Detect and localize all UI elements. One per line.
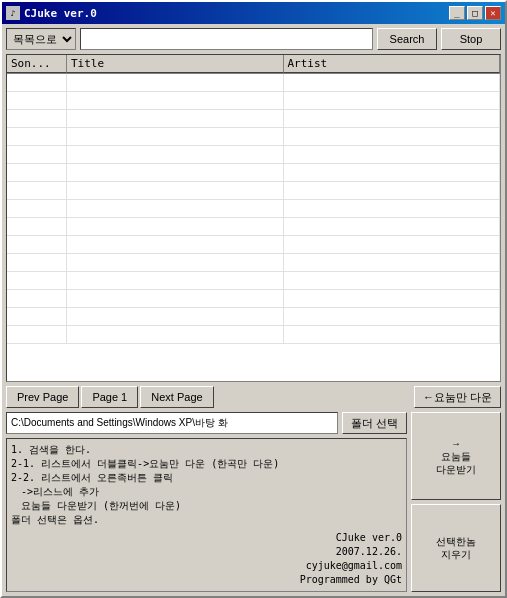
info-line-1: 1. 검색을 한다. [11, 443, 402, 457]
col-title: Title [67, 55, 284, 73]
minimize-button[interactable]: _ [449, 6, 465, 20]
title-bar: ♪ CJuke ver.0 _ □ ✕ [2, 2, 505, 24]
dropdown-group: 목목으로 [6, 28, 76, 50]
table-row[interactable] [7, 272, 500, 290]
app-info-email: cyjuke@gmail.com [11, 559, 402, 573]
title-buttons: _ □ ✕ [449, 6, 501, 20]
window-title: CJuke ver.0 [24, 7, 97, 20]
table-header: Son... Title Artist [7, 55, 500, 74]
right-bottom: →요눔들다운받기 선택한놈지우기 [411, 412, 501, 592]
folder-select-button[interactable]: 폴더 선택 [342, 412, 407, 434]
pagination-bar: Prev Page Page 1 Next Page ←요눔만 다운 [6, 386, 501, 408]
app-info: CJuke ver.0 2007.12.26. cyjuke@gmail.com… [11, 531, 402, 587]
bottom-section: 폴더 선택 1. 검색을 한다. 2-1. 리스트에서 더블클릭->요눔만 다운… [6, 412, 501, 592]
table-row[interactable] [7, 308, 500, 326]
app-info-date: 2007.12.26. [11, 545, 402, 559]
pagination-left: Prev Page Page 1 Next Page [6, 386, 214, 408]
info-box: 1. 검색을 한다. 2-1. 리스트에서 더블클릭->요눔만 다운 (한곡만 … [6, 438, 407, 592]
table-row[interactable] [7, 128, 500, 146]
search-input[interactable] [80, 28, 373, 50]
table-row[interactable] [7, 146, 500, 164]
category-dropdown[interactable]: 목목으로 [6, 28, 76, 50]
info-line-2: 2-1. 리스트에서 더블클릭->요눔만 다운 (한곡만 다운) [11, 457, 402, 471]
next-page-button[interactable]: Next Page [140, 386, 213, 408]
path-row: 폴더 선택 [6, 412, 407, 434]
info-line-4: ->리스느에 추가 [11, 485, 402, 499]
table-row[interactable] [7, 92, 500, 110]
col-song: Son... [7, 55, 67, 73]
content-area: 목목으로 Search Stop Son... Title Artist [2, 24, 505, 596]
maximize-button[interactable]: □ [467, 6, 483, 20]
left-bottom: 폴더 선택 1. 검색을 한다. 2-1. 리스트에서 더블클릭->요눔만 다운… [6, 412, 407, 592]
table-row[interactable] [7, 218, 500, 236]
table-row[interactable] [7, 74, 500, 92]
close-button[interactable]: ✕ [485, 6, 501, 20]
info-line-6: 폴더 선택은 옵션. [11, 513, 402, 527]
search-button[interactable]: Search [377, 28, 437, 50]
col-artist: Artist [284, 55, 501, 73]
table-row[interactable] [7, 182, 500, 200]
app-icon: ♪ [6, 6, 20, 20]
download-only-button[interactable]: ←요눔만 다운 [414, 386, 501, 408]
table-row[interactable] [7, 326, 500, 344]
prev-page-button[interactable]: Prev Page [6, 386, 79, 408]
app-info-name: CJuke ver.0 [11, 531, 402, 545]
title-bar-left: ♪ CJuke ver.0 [6, 6, 97, 20]
folder-path-input[interactable] [6, 412, 338, 434]
info-line-5: 요눔들 다운받기 (한꺼번에 다운) [11, 499, 402, 513]
table-row[interactable] [7, 254, 500, 272]
page-label-button[interactable]: Page 1 [81, 386, 138, 408]
toolbar: 목목으로 Search Stop [6, 28, 501, 50]
table-row[interactable] [7, 164, 500, 182]
table-rows [7, 74, 500, 380]
info-line-3: 2-2. 리스트에서 오른족버튼 클릭 [11, 471, 402, 485]
stop-button[interactable]: Stop [441, 28, 501, 50]
table-row[interactable] [7, 236, 500, 254]
table-row[interactable] [7, 290, 500, 308]
results-table: Son... Title Artist [6, 54, 501, 382]
download-all-button[interactable]: →요눔들다운받기 [411, 412, 501, 500]
table-row[interactable] [7, 200, 500, 218]
main-window: ♪ CJuke ver.0 _ □ ✕ 목목으로 Search Stop Son… [0, 0, 507, 598]
delete-selected-button[interactable]: 선택한놈지우기 [411, 504, 501, 592]
table-row[interactable] [7, 110, 500, 128]
app-info-credit: Programmed by QGt [11, 573, 402, 587]
